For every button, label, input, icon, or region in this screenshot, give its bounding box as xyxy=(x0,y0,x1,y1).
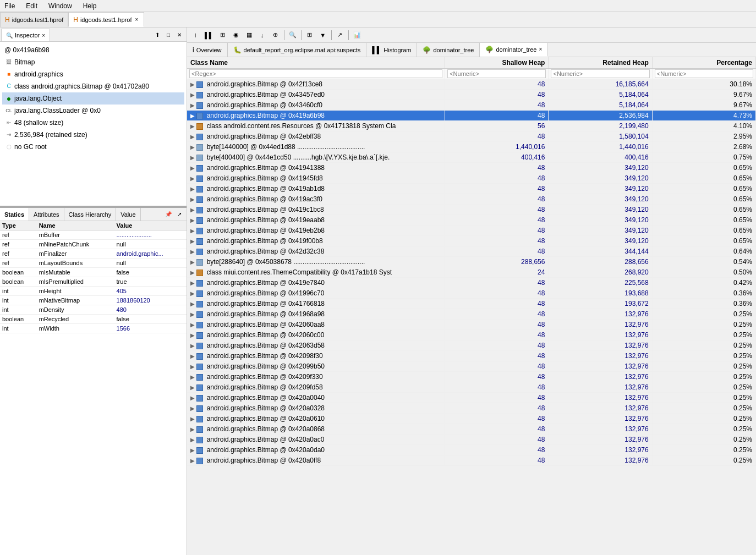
table-row[interactable]: ▶ android.graphics.Bitmap @ 0x41945fd8 4… xyxy=(187,173,756,184)
table-row[interactable]: ▶ android.graphics.Bitmap @ 0x420a0040 4… xyxy=(187,393,756,403)
table-row[interactable]: ▶ android.graphics.Bitmap @ 0x420a0ff8 4… xyxy=(187,455,756,466)
table-row[interactable]: ▶ android.graphics.Bitmap @ 0x42060c00 4… xyxy=(187,330,756,340)
table-row[interactable]: ▶ android.graphics.Bitmap @ 0x43457ed0 4… xyxy=(187,90,756,100)
rt-btn-chart[interactable]: 📊 xyxy=(351,29,363,41)
table-row[interactable]: ▶ android.graphics.Bitmap @ 0x42060aa8 4… xyxy=(187,320,756,330)
props-row[interactable]: ref mLayoutBounds null xyxy=(0,259,187,268)
inspector-row-retained[interactable]: ⇥ 2,536,984 (retained size) xyxy=(2,129,184,141)
table-row[interactable]: ▶ android.graphics.Bitmap @ 0x420a0da0 4… xyxy=(187,445,756,455)
table-row[interactable]: ▶ android.graphics.Bitmap @ 0x42d32c38 4… xyxy=(187,246,756,257)
props-row[interactable]: int mWidth 1566 xyxy=(0,324,187,333)
sub-tab-histogram[interactable]: ▌▌ Histogram xyxy=(366,43,417,57)
props-tab-hierarchy[interactable]: Class Hierarchy xyxy=(64,208,117,221)
table-row[interactable]: ▶ android.graphics.Bitmap @ 0x42f13ce8 4… xyxy=(187,79,756,90)
props-row[interactable]: ref mFinalizer android.graphic... xyxy=(0,249,187,259)
rt-btn-down-arrow[interactable]: ↓ xyxy=(256,29,269,41)
rt-btn-table[interactable]: ▦ xyxy=(243,29,255,41)
table-row[interactable]: ▶ android.graphics.Bitmap @ 0x42ebff38 4… xyxy=(187,131,756,142)
props-row[interactable]: int mDensity 480 xyxy=(0,305,187,315)
menu-file[interactable]: File xyxy=(2,1,17,11)
inspector-toolbar-btn-2[interactable]: □ xyxy=(163,30,173,40)
table-row[interactable]: ▶ android.graphics.Bitmap @ 0x41968a98 4… xyxy=(187,309,756,320)
sub-tab-suspects[interactable]: 🐛 default_report_org.eclipse.mat.api:sus… xyxy=(228,43,367,57)
inspector-row-shallow[interactable]: ⇤ 48 (shallow size) xyxy=(2,117,184,129)
table-row[interactable]: ▶ android.graphics.Bitmap @ 0x41941388 4… xyxy=(187,163,756,173)
data-table-wrap[interactable]: Class Name Shallow Heap Retained Heap Pe… xyxy=(187,57,756,555)
table-row[interactable]: ▶ android.graphics.Bitmap @ 0x4209f330 4… xyxy=(187,372,756,382)
tab-hprof-2[interactable]: H idgoods.test1.hprof × xyxy=(68,12,144,27)
sub-tab-dominator2[interactable]: 🌳 dominator_tree × xyxy=(480,43,548,57)
props-row[interactable]: int mNativeBitmap 1881860120 xyxy=(0,296,187,305)
table-row[interactable]: ▶ byte[1440000] @ 0x44ed1d88 ...........… xyxy=(187,142,756,152)
table-row[interactable]: ▶ class android.content.res.Resources @ … xyxy=(187,121,756,131)
table-row[interactable]: ▶ android.graphics.Bitmap @ 0x43460cf0 4… xyxy=(187,100,756,111)
filter-shallow-input[interactable] xyxy=(447,69,546,78)
table-row[interactable]: ▶ android.graphics.Bitmap @ 0x419e7840 4… xyxy=(187,278,756,288)
rt-btn-expand[interactable]: ↗ xyxy=(334,29,346,41)
filter-retained-input[interactable] xyxy=(551,69,649,78)
table-row[interactable]: ▶ android.graphics.Bitmap @ 0x420a0610 4… xyxy=(187,414,756,424)
filter-pct-input[interactable] xyxy=(655,69,753,78)
props-tab-statics[interactable]: Statics xyxy=(0,208,29,221)
props-tab-attributes[interactable]: Attributes xyxy=(29,208,64,221)
table-row[interactable]: ▶ android.graphics.Bitmap @ 0x4209fd58 4… xyxy=(187,382,756,393)
sub-tab-dominator2-close[interactable]: × xyxy=(539,46,542,52)
inspector-toolbar-btn-1[interactable]: ⬆ xyxy=(152,30,162,40)
rt-btn-circle[interactable]: ◉ xyxy=(230,29,242,41)
props-row[interactable]: ref mNinePatchChunk null xyxy=(0,240,187,249)
inspector-row-classloader[interactable]: CL java.lang.ClassLoader @ 0x0 xyxy=(2,105,184,117)
table-row[interactable]: ▶ android.graphics.Bitmap @ 0x419f00b8 4… xyxy=(187,236,756,246)
table-row[interactable]: ▶ android.graphics.Bitmap @ 0x419a6b98 4… xyxy=(187,111,756,121)
props-expand-btn[interactable]: ↗ xyxy=(174,210,184,219)
table-row[interactable]: ▶ android.graphics.Bitmap @ 0x420a0328 4… xyxy=(187,403,756,414)
inspector-row-gc[interactable]: ◌ no GC root xyxy=(2,141,184,153)
tab-hprof-1[interactable]: H idgoods.test1.hprof xyxy=(0,12,68,27)
props-tab-value[interactable]: Value xyxy=(116,208,140,221)
filter-pct[interactable] xyxy=(652,69,755,79)
props-row[interactable]: boolean mIsPremultiplied true xyxy=(0,277,187,287)
table-row[interactable]: ▶ byte[288640] @ 0x45038678 ............… xyxy=(187,257,756,267)
rt-btn-plus[interactable]: ⊕ xyxy=(270,29,282,41)
table-row[interactable]: ▶ byte[400400] @ 0x44e1cd50 ..........hg… xyxy=(187,152,756,163)
rt-btn-dropdown[interactable]: ▼ xyxy=(317,29,329,41)
props-row[interactable]: int mHeight 405 xyxy=(0,287,187,296)
menu-window[interactable]: Window xyxy=(46,1,74,11)
filter-retained[interactable] xyxy=(549,69,652,79)
filter-classname[interactable] xyxy=(187,69,445,79)
rt-btn-grid[interactable]: ⊞ xyxy=(217,29,229,41)
rt-btn-histogram[interactable]: ▌▌ xyxy=(202,29,216,41)
props-retain-btn[interactable]: 📌 xyxy=(163,210,173,219)
table-row[interactable]: ▶ android.graphics.Bitmap @ 0x419ab1d8 4… xyxy=(187,184,756,194)
table-row[interactable]: ▶ android.graphics.Bitmap @ 0x419eaab8 4… xyxy=(187,215,756,226)
sub-tab-dominator1[interactable]: 🌳 dominator_tree xyxy=(417,43,480,57)
inspector-toolbar-btn-3[interactable]: ✕ xyxy=(174,30,184,40)
inspector-row-object[interactable]: ● java.lang.Object xyxy=(2,92,184,105)
inspector-row-bitmap[interactable]: 🖼 Bitmap xyxy=(2,56,184,68)
table-row[interactable]: ▶ android.graphics.Bitmap @ 0x419eb2b8 4… xyxy=(187,226,756,236)
props-row[interactable]: ref mBuffer ..................... xyxy=(0,230,187,240)
tab-hprof-2-close[interactable]: × xyxy=(134,16,140,23)
table-row[interactable]: ▶ android.graphics.Bitmap @ 0x419ac3f0 4… xyxy=(187,194,756,205)
table-row[interactable]: ▶ android.graphics.Bitmap @ 0x41996c70 4… xyxy=(187,288,756,299)
inspector-tab-close[interactable]: × xyxy=(42,32,45,39)
inspector-address[interactable]: @ 0x419a6b98 xyxy=(2,44,184,56)
table-row[interactable]: ▶ android.graphics.Bitmap @ 0x420a0ac0 4… xyxy=(187,435,756,445)
table-row[interactable]: ▶ android.graphics.Bitmap @ 0x420a0868 4… xyxy=(187,424,756,435)
rt-btn-search[interactable]: 🔍 xyxy=(287,29,299,41)
sub-tab-overview[interactable]: i Overview xyxy=(187,43,228,57)
props-row[interactable]: boolean mRecycled false xyxy=(0,315,187,324)
inspector-tab[interactable]: 🔍 Inspector × xyxy=(1,29,50,41)
table-row[interactable]: ▶ android.graphics.Bitmap @ 0x42098f30 4… xyxy=(187,351,756,361)
filter-shallow[interactable] xyxy=(445,69,549,79)
rt-btn-info[interactable]: i xyxy=(189,29,201,41)
inspector-row-android-graphics[interactable]: ■ android.graphics xyxy=(2,68,184,80)
menu-help[interactable]: Help xyxy=(81,1,99,11)
filter-classname-input[interactable] xyxy=(189,69,442,78)
menu-edit[interactable]: Edit xyxy=(24,1,40,11)
table-row[interactable]: ▶ class miui.content.res.ThemeCompatibil… xyxy=(187,267,756,278)
inspector-row-class-bitmap[interactable]: C class android.graphics.Bitmap @ 0x4170… xyxy=(2,80,184,92)
table-row[interactable]: ▶ android.graphics.Bitmap @ 0x419c1bc8 4… xyxy=(187,205,756,215)
table-row[interactable]: ▶ android.graphics.Bitmap @ 0x42063d58 4… xyxy=(187,340,756,351)
table-row[interactable]: ▶ android.graphics.Bitmap @ 0x41766818 4… xyxy=(187,299,756,309)
rt-btn-grid2[interactable]: ⊞ xyxy=(304,29,316,41)
